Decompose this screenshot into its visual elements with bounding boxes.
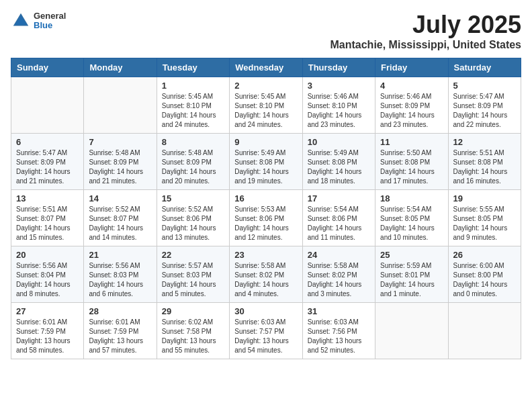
calendar-cell — [11, 77, 84, 134]
day-number: 14 — [89, 193, 151, 203]
calendar-cell: 9Sunrise: 5:49 AMSunset: 8:08 PMDaylight… — [230, 134, 302, 190]
day-number: 3 — [308, 81, 370, 91]
day-content: Sunrise: 5:49 AMSunset: 8:08 PMDaylight:… — [308, 148, 370, 186]
calendar-cell: 28Sunrise: 6:01 AMSunset: 7:59 PMDayligh… — [84, 303, 157, 359]
logo-text: General Blue — [34, 11, 66, 31]
day-content: Sunrise: 6:01 AMSunset: 7:59 PMDaylight:… — [89, 318, 151, 355]
calendar-cell: 16Sunrise: 5:53 AMSunset: 8:06 PMDayligh… — [230, 190, 302, 246]
calendar-cell: 29Sunrise: 6:02 AMSunset: 7:58 PMDayligh… — [157, 303, 229, 359]
day-number: 26 — [453, 250, 516, 260]
day-number: 7 — [89, 137, 151, 147]
day-number: 23 — [234, 250, 297, 260]
day-number: 10 — [308, 137, 370, 147]
calendar-cell: 13Sunrise: 5:51 AMSunset: 8:07 PMDayligh… — [11, 190, 84, 246]
day-number: 16 — [234, 193, 297, 203]
logo-blue: Blue — [34, 21, 66, 30]
calendar-cell: 14Sunrise: 5:52 AMSunset: 8:07 PMDayligh… — [84, 190, 157, 246]
day-content: Sunrise: 5:58 AMSunset: 8:02 PMDaylight:… — [234, 261, 297, 299]
day-content: Sunrise: 5:57 AMSunset: 8:03 PMDaylight:… — [162, 261, 224, 299]
day-content: Sunrise: 5:46 AMSunset: 8:10 PMDaylight:… — [308, 92, 370, 130]
day-content: Sunrise: 5:53 AMSunset: 8:06 PMDaylight:… — [234, 205, 297, 242]
day-content: Sunrise: 5:54 AMSunset: 8:06 PMDaylight:… — [308, 205, 370, 242]
calendar-cell — [84, 77, 157, 134]
calendar-cell: 27Sunrise: 6:01 AMSunset: 7:59 PMDayligh… — [11, 303, 84, 359]
day-content: Sunrise: 5:51 AMSunset: 8:08 PMDaylight:… — [453, 148, 516, 186]
day-content: Sunrise: 5:48 AMSunset: 8:09 PMDaylight:… — [162, 148, 224, 186]
calendar-cell — [448, 303, 521, 359]
calendar-cell: 3Sunrise: 5:46 AMSunset: 8:10 PMDaylight… — [302, 77, 375, 134]
day-content: Sunrise: 5:59 AMSunset: 8:01 PMDaylight:… — [380, 261, 443, 299]
week-row-3: 13Sunrise: 5:51 AMSunset: 8:07 PMDayligh… — [11, 190, 521, 246]
day-number: 13 — [16, 193, 79, 203]
week-row-1: 1Sunrise: 5:45 AMSunset: 8:10 PMDaylight… — [11, 77, 521, 134]
day-content: Sunrise: 5:52 AMSunset: 8:06 PMDaylight:… — [162, 205, 224, 242]
day-number: 17 — [308, 193, 370, 203]
calendar-cell: 18Sunrise: 5:54 AMSunset: 8:05 PMDayligh… — [375, 190, 448, 246]
day-content: Sunrise: 5:51 AMSunset: 8:07 PMDaylight:… — [16, 205, 79, 242]
day-number: 2 — [234, 81, 297, 91]
calendar-cell: 4Sunrise: 5:46 AMSunset: 8:09 PMDaylight… — [375, 77, 448, 134]
week-row-5: 27Sunrise: 6:01 AMSunset: 7:59 PMDayligh… — [11, 303, 521, 359]
day-content: Sunrise: 5:50 AMSunset: 8:08 PMDaylight:… — [380, 148, 443, 186]
day-number: 24 — [308, 250, 370, 260]
weekday-header-row: SundayMondayTuesdayWednesdayThursdayFrid… — [11, 58, 521, 77]
logo-general: General — [34, 11, 66, 21]
day-content: Sunrise: 5:48 AMSunset: 8:09 PMDaylight:… — [89, 148, 151, 186]
day-content: Sunrise: 5:47 AMSunset: 8:09 PMDaylight:… — [453, 92, 516, 130]
calendar-cell: 10Sunrise: 5:49 AMSunset: 8:08 PMDayligh… — [302, 134, 375, 190]
day-number: 1 — [162, 81, 224, 91]
location: Mantachie, Mississippi, United States — [330, 39, 521, 51]
day-number: 19 — [453, 193, 516, 203]
calendar-cell: 11Sunrise: 5:50 AMSunset: 8:08 PMDayligh… — [375, 134, 448, 190]
weekday-header-wednesday: Wednesday — [230, 58, 302, 77]
calendar-cell: 20Sunrise: 5:56 AMSunset: 8:04 PMDayligh… — [11, 246, 84, 303]
day-number: 11 — [380, 137, 443, 147]
weekday-header-tuesday: Tuesday — [157, 58, 229, 77]
calendar-cell: 30Sunrise: 6:03 AMSunset: 7:57 PMDayligh… — [230, 303, 302, 359]
day-content: Sunrise: 6:02 AMSunset: 7:58 PMDaylight:… — [162, 318, 224, 355]
day-number: 8 — [162, 137, 224, 147]
calendar: SundayMondayTuesdayWednesdayThursdayFrid… — [11, 58, 521, 359]
week-row-2: 6Sunrise: 5:47 AMSunset: 8:09 PMDaylight… — [11, 134, 521, 190]
weekday-header-sunday: Sunday — [11, 58, 84, 77]
day-number: 18 — [380, 193, 443, 203]
month-title: July 2025 — [330, 11, 521, 39]
day-content: Sunrise: 5:56 AMSunset: 8:04 PMDaylight:… — [16, 261, 79, 299]
calendar-cell: 5Sunrise: 5:47 AMSunset: 8:09 PMDaylight… — [448, 77, 521, 134]
day-content: Sunrise: 6:01 AMSunset: 7:59 PMDaylight:… — [16, 318, 79, 355]
calendar-cell: 17Sunrise: 5:54 AMSunset: 8:06 PMDayligh… — [302, 190, 375, 246]
calendar-cell: 25Sunrise: 5:59 AMSunset: 8:01 PMDayligh… — [375, 246, 448, 303]
calendar-cell: 22Sunrise: 5:57 AMSunset: 8:03 PMDayligh… — [157, 246, 229, 303]
day-content: Sunrise: 5:52 AMSunset: 8:07 PMDaylight:… — [89, 205, 151, 242]
day-number: 21 — [89, 250, 151, 260]
calendar-cell: 1Sunrise: 5:45 AMSunset: 8:10 PMDaylight… — [157, 77, 229, 134]
weekday-header-monday: Monday — [84, 58, 157, 77]
day-content: Sunrise: 5:46 AMSunset: 8:09 PMDaylight:… — [380, 92, 443, 130]
page-header: General Blue July 2025 Mantachie, Missis… — [11, 11, 521, 51]
day-number: 30 — [234, 306, 297, 316]
logo: General Blue — [11, 11, 66, 31]
weekday-header-saturday: Saturday — [448, 58, 521, 77]
day-number: 27 — [16, 306, 79, 316]
weekday-header-thursday: Thursday — [302, 58, 375, 77]
day-content: Sunrise: 5:54 AMSunset: 8:05 PMDaylight:… — [380, 205, 443, 242]
calendar-cell: 15Sunrise: 5:52 AMSunset: 8:06 PMDayligh… — [157, 190, 229, 246]
day-content: Sunrise: 5:45 AMSunset: 8:10 PMDaylight:… — [234, 92, 297, 130]
day-content: Sunrise: 5:49 AMSunset: 8:08 PMDaylight:… — [234, 148, 297, 186]
day-content: Sunrise: 5:47 AMSunset: 8:09 PMDaylight:… — [16, 148, 79, 186]
day-number: 20 — [16, 250, 79, 260]
day-number: 29 — [162, 306, 224, 316]
day-number: 28 — [89, 306, 151, 316]
calendar-cell: 23Sunrise: 5:58 AMSunset: 8:02 PMDayligh… — [230, 246, 302, 303]
calendar-cell: 24Sunrise: 5:58 AMSunset: 8:02 PMDayligh… — [302, 246, 375, 303]
day-number: 6 — [16, 137, 79, 147]
calendar-cell: 31Sunrise: 6:03 AMSunset: 7:56 PMDayligh… — [302, 303, 375, 359]
day-content: Sunrise: 5:58 AMSunset: 8:02 PMDaylight:… — [308, 261, 370, 299]
calendar-cell: 26Sunrise: 6:00 AMSunset: 8:00 PMDayligh… — [448, 246, 521, 303]
title-section: July 2025 Mantachie, Mississippi, United… — [330, 11, 521, 51]
day-content: Sunrise: 5:45 AMSunset: 8:10 PMDaylight:… — [162, 92, 224, 130]
day-number: 31 — [308, 306, 370, 316]
weekday-header-friday: Friday — [375, 58, 448, 77]
calendar-cell: 8Sunrise: 5:48 AMSunset: 8:09 PMDaylight… — [157, 134, 229, 190]
calendar-cell: 12Sunrise: 5:51 AMSunset: 8:08 PMDayligh… — [448, 134, 521, 190]
